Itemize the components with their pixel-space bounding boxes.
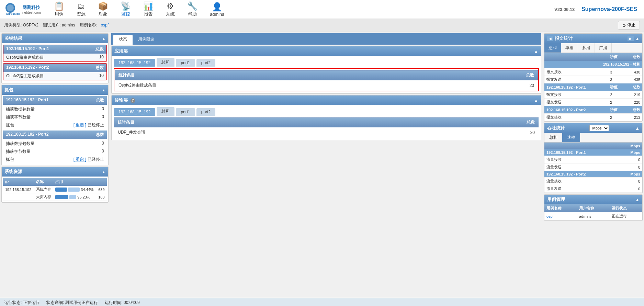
capture-d2-restart-link[interactable]: [ 重启 ] [74, 157, 86, 162]
report-tab-unicast[interactable]: 单播 [561, 43, 578, 53]
transport-layer-title: 传输层 ? [114, 97, 135, 103]
capture-d2-row-0: 捕获数据包数量 0 [3, 140, 107, 148]
report-icon: 📊 [143, 1, 154, 11]
transport-subtab-total[interactable]: 总和 [157, 107, 174, 116]
sys-col-usage: 占用 [53, 178, 96, 186]
key-results-collapse-icon: ▲ [102, 37, 105, 41]
sys-resources-panel: 系统资源 ▲ IP 名称 占用 192.168.15 [1, 167, 109, 203]
nav-system[interactable]: ⚙ 系统 [160, 0, 181, 19]
sys-col-total [96, 178, 107, 186]
right-panel: ◀ 报文统计 ▶ ▲ 总和 单播 多播 广播 秒值 总数 [543, 32, 644, 298]
throughput-tab-total[interactable]: 总和 [544, 133, 562, 142]
case-mgmt-collapse-icon: ▲ [635, 197, 640, 202]
report-stats-title: 报文统计 [555, 35, 573, 42]
top-nav: netitest.com 网测科技 netitest.com 📋 用例 🗂 资源… [0, 0, 644, 19]
capture-device-1-header: 192.168.15.192 - Port1 总数 [3, 96, 107, 105]
transport-subtab-port1[interactable]: port1 [176, 108, 195, 116]
report-tab-multicast[interactable]: 多播 [578, 43, 595, 53]
svg-point-1 [7, 4, 14, 11]
status-detail: 状态详细: 测试用例正在运行 [46, 300, 98, 306]
throughput-title: 吞吐统计 [547, 125, 565, 131]
capture-device-1: 192.168.15.192 - Port1 总数 捕获数据包数量 0 捕获字节… [3, 96, 107, 129]
report-collapse-icon: ▲ [635, 36, 640, 41]
report-device-row-6: 192.168.15.192 - Port2 秒值 总数 [544, 106, 642, 114]
nav-resource[interactable]: 🗂 资源 [70, 0, 92, 19]
sys-row-1: 大页内存 95.23% 183 [3, 193, 107, 201]
report-scroll-right[interactable]: ▶ [628, 36, 634, 41]
transport-help-icon[interactable]: ? [131, 98, 135, 103]
app-subtab-port1[interactable]: port1 [176, 59, 195, 67]
capture-collapse-icon: ▲ [102, 88, 105, 92]
throughput-tab-rate[interactable]: 速率 [562, 133, 580, 142]
app-layer-box: 应用层 ▲ 192_168_15_192 总和 port1 port2 [111, 46, 541, 94]
result-device-1: 192.168.15.192 - Port1 总数 Ospfv2路由建成条目 1… [3, 45, 107, 62]
nav-usecase-label: 用例 [55, 11, 64, 17]
capture-d1-restart-link[interactable]: [ 重启 ] [74, 122, 86, 128]
status-bar: 运行状态: 正在运行 状态详细: 测试用例正在运行 运行时间: 00:04:09 [0, 298, 644, 306]
capture-d2-row-1: 捕获字节数量 0 [3, 148, 107, 156]
report-row-4: 报文接收 2 219 [544, 91, 642, 99]
breadcrumb-case-link[interactable]: ospf [101, 23, 109, 27]
report-device-row-0: 192.168.15.192 - 总和 [544, 61, 642, 68]
transport-device-tab[interactable]: 192_168_15_192 [114, 108, 155, 116]
stop-button[interactable]: ⊙ 停止 [618, 21, 640, 30]
main-layout: 关键结果 ▲ 192.168.15.192 - Port1 总数 Ospfv2路… [0, 32, 644, 298]
case-col-status: 运行状态 [610, 204, 642, 212]
throughput-row-1: 流量接收 0 [544, 156, 642, 163]
nav-help[interactable]: 🔧 帮助 [181, 0, 204, 19]
nav-admin[interactable]: 👤 admins [204, 0, 230, 19]
report-tab-total[interactable]: 总和 [544, 43, 561, 53]
left-panel: 关键结果 ▲ 192.168.15.192 - Port1 总数 Ospfv2路… [0, 32, 110, 298]
capture-content: 192.168.15.192 - Port1 总数 捕获数据包数量 0 捕获字节… [2, 95, 108, 165]
report-scroll-left[interactable]: ◀ [547, 36, 553, 41]
capture-d1-row-1: 捕获字节数量 0 [3, 113, 107, 121]
app-layer-table: 统计条目 总数 Ospfv2路由建成条目 20 [114, 70, 538, 91]
throughput-device-3: 192.168.15.192 - Port2 Mbps [544, 171, 642, 178]
tab-limit[interactable]: 用例限速 [133, 35, 160, 45]
report-tabs: 总和 单播 多播 广播 [544, 43, 642, 53]
key-results-title: 关键结果 [4, 35, 22, 42]
monitor-icon: 📡 [121, 1, 131, 11]
transport-row-0: UDP_并发会话 20 [114, 127, 539, 137]
throughput-col-unit: Mbps [619, 143, 642, 149]
result-device-2: 192.168.15.192 - Port2 总数 Ospfv2路由建成条目 1… [3, 63, 107, 80]
sys-resources-table: IP 名称 占用 192.168.15.192 系统内存 [3, 178, 107, 201]
sys-resources-header[interactable]: 系统资源 ▲ [2, 167, 108, 177]
center-panel: 状态 用例限速 应用层 ▲ 192_168_15_192 总和 port1 po… [110, 32, 543, 298]
case-mgmt-title: 用例管理 [547, 196, 565, 203]
nav-admin-label: admins [210, 12, 224, 17]
key-results-header[interactable]: 关键结果 ▲ [2, 34, 108, 43]
case-row-0-name-link[interactable]: ospf [546, 214, 554, 218]
nav-monitor[interactable]: 📡 监控 [114, 0, 137, 19]
app-layer-content: 192_168_15_192 总和 port1 port2 统计条目 总数 [112, 56, 541, 93]
capture-header[interactable]: 抓包 ▲ [2, 85, 108, 95]
report-device-row-3: 192.168.15.192 - Port1 秒值 总数 [544, 83, 642, 91]
transport-layer-box: 传输层 ? ▲ 192_168_15_192 总和 port1 port2 [111, 95, 541, 140]
throughput-unit-select[interactable]: Mbps Kbps bps [589, 125, 609, 131]
result-device-2-header: 192.168.15.192 - Port2 总数 [3, 64, 106, 72]
app-subtab-total[interactable]: 总和 [157, 58, 174, 67]
result-device-1-header: 192.168.15.192 - Port1 总数 [3, 45, 106, 54]
nav-report[interactable]: 📊 报告 [137, 0, 160, 19]
app-layer-header: 应用层 ▲ [112, 46, 541, 56]
throughput-row-4: 流量接收 0 [544, 178, 642, 185]
sys-col-name: 名称 [34, 178, 54, 186]
report-row-2: 报文发送 3 435 [544, 76, 642, 83]
tab-status[interactable]: 状态 [113, 35, 133, 45]
report-stats-box: ◀ 报文统计 ▶ ▲ 总和 单播 多播 广播 秒值 总数 [544, 33, 643, 122]
capture-title: 抓包 [4, 87, 13, 93]
app-layer-title: 应用层 [114, 48, 128, 54]
app-device-tab[interactable]: 192_168_15_192 [114, 59, 155, 67]
sys-progress-blue-1 [55, 195, 68, 199]
app-subtab-port2[interactable]: port2 [196, 59, 215, 67]
logo: netitest.com 网测科技 netitest.com [3, 2, 41, 17]
nav-items: 📋 用例 🗂 资源 📦 对象 📡 监控 📊 报告 ⚙ 系统 🔧 帮助 👤 [48, 0, 641, 19]
transport-subtab-port2[interactable]: port2 [196, 108, 215, 116]
app-layer-stats-highlight: 统计条目 总数 Ospfv2路由建成条目 20 [114, 68, 539, 91]
resource-icon: 🗂 [77, 1, 85, 11]
nav-usecase[interactable]: 📋 用例 [48, 0, 70, 19]
report-tab-broadcast[interactable]: 广播 [595, 43, 612, 53]
case-col-name: 用例名称 [544, 204, 577, 212]
nav-object[interactable]: 📦 对象 [92, 0, 114, 19]
sys-progress-light-1 [69, 195, 76, 199]
